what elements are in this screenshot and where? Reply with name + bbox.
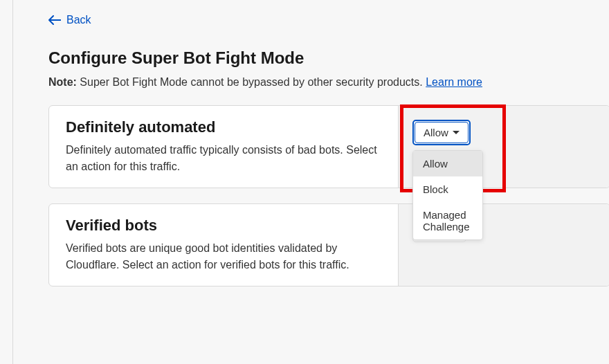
note-label: Note: — [48, 76, 77, 88]
note-line: Note: Super Bot Fight Mode cannot be byp… — [48, 76, 609, 89]
action-select-definitely-automated[interactable]: Allow — [412, 120, 471, 145]
card-definitely-automated: Definitely automated Definitely automate… — [48, 105, 609, 188]
page-title: Configure Super Bot Fight Mode — [48, 48, 609, 68]
chevron-down-icon — [453, 131, 460, 134]
card-desc-definitely-automated: Definitely automated traffic typically c… — [66, 142, 381, 175]
select-value: Allow — [424, 127, 448, 138]
dropdown-option-block[interactable]: Block — [413, 176, 482, 202]
note-text: Super Bot Fight Mode cannot be bypassed … — [80, 76, 422, 88]
back-link[interactable]: Back — [48, 14, 91, 26]
card-verified-bots: Verified bots Verified bots are unique g… — [48, 203, 609, 286]
card-title-definitely-automated: Definitely automated — [66, 118, 381, 136]
card-desc-verified-bots: Verified bots are unique good bot identi… — [66, 240, 381, 273]
card-title-verified-bots: Verified bots — [66, 217, 381, 235]
dropdown-option-allow[interactable]: Allow — [413, 151, 482, 176]
learn-more-link[interactable]: Learn more — [426, 76, 482, 88]
dropdown-option-managed-challenge[interactable]: Managed Challenge — [413, 202, 482, 239]
action-dropdown: Allow Block Managed Challenge — [412, 150, 483, 240]
back-label: Back — [66, 14, 91, 26]
arrow-left-icon — [48, 15, 61, 25]
